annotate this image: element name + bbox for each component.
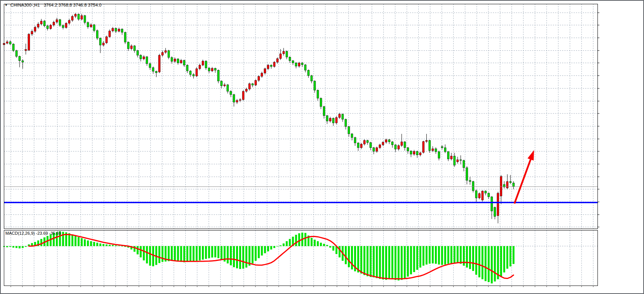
macd-bar bbox=[283, 244, 285, 246]
macd-bar bbox=[379, 246, 381, 279]
candle-body bbox=[152, 68, 154, 71]
candle-body bbox=[261, 73, 263, 77]
macd-bar bbox=[441, 246, 443, 265]
candle-body bbox=[177, 59, 179, 63]
candle-body bbox=[391, 142, 393, 145]
candle-body bbox=[233, 95, 235, 102]
macd-bar bbox=[305, 233, 306, 246]
trend-arrow-head bbox=[528, 150, 534, 160]
candle-body bbox=[112, 28, 114, 31]
macd-bar bbox=[93, 242, 95, 246]
trend-arrow-shaft bbox=[514, 158, 531, 204]
candle-body bbox=[37, 24, 39, 27]
candle-body bbox=[115, 28, 117, 32]
candle-body bbox=[93, 25, 95, 30]
macd-bar bbox=[15, 246, 17, 248]
candle-body bbox=[320, 98, 322, 107]
candle-body bbox=[130, 46, 132, 49]
candle-body bbox=[255, 80, 256, 85]
macd-bar bbox=[143, 246, 145, 261]
macd-bar bbox=[438, 246, 440, 265]
candle-body bbox=[363, 140, 365, 144]
candle-body bbox=[6, 42, 8, 43]
macd-bar bbox=[258, 246, 260, 258]
macd-bar bbox=[314, 240, 316, 246]
candle-body bbox=[336, 117, 338, 123]
macd-series bbox=[3, 231, 514, 283]
candle-body bbox=[481, 191, 483, 200]
candle-body bbox=[276, 58, 278, 62]
macd-bar bbox=[454, 246, 456, 263]
macd-bar bbox=[295, 235, 297, 246]
macd-bar bbox=[444, 246, 446, 265]
candle-body bbox=[158, 55, 160, 72]
candle-body bbox=[168, 50, 170, 57]
macd-bar bbox=[419, 246, 421, 268]
candle-body bbox=[106, 37, 108, 43]
candle-body bbox=[196, 69, 198, 76]
candle-body bbox=[186, 65, 188, 71]
candle-body bbox=[109, 31, 111, 37]
macd-bar bbox=[6, 246, 8, 247]
macd-bar bbox=[506, 246, 508, 269]
candle-body bbox=[22, 61, 23, 62]
macd-bar bbox=[513, 246, 514, 264]
candle-body bbox=[75, 14, 77, 17]
candle-body bbox=[199, 65, 201, 68]
macd-bar bbox=[84, 239, 86, 246]
macd-bar bbox=[345, 246, 347, 264]
candle-body bbox=[329, 118, 331, 121]
candle-body bbox=[264, 69, 266, 73]
macd-bar bbox=[366, 246, 368, 276]
candle-body bbox=[413, 151, 415, 154]
macd-bar bbox=[140, 246, 142, 257]
candle-body bbox=[351, 134, 353, 137]
macd-bar bbox=[280, 246, 281, 246]
candle-body bbox=[466, 168, 468, 180]
candle-body bbox=[65, 23, 67, 27]
macd-bar bbox=[96, 243, 98, 246]
candle-body bbox=[286, 51, 288, 57]
candle-body bbox=[40, 21, 42, 24]
macd-bar bbox=[196, 246, 198, 261]
candle-body bbox=[270, 65, 272, 67]
macd-bar bbox=[106, 244, 108, 246]
macd-bar bbox=[503, 246, 505, 272]
macd-bar bbox=[478, 246, 480, 277]
macd-bar bbox=[423, 246, 424, 266]
candle-body bbox=[224, 85, 226, 86]
candle-body bbox=[441, 147, 443, 148]
candle-body bbox=[475, 190, 477, 198]
candle-body bbox=[314, 81, 316, 90]
candle-body bbox=[133, 46, 135, 50]
macd-bar bbox=[174, 246, 176, 261]
candle-body bbox=[283, 51, 285, 54]
macd-bar bbox=[329, 246, 331, 248]
macd-bar bbox=[227, 246, 229, 264]
candle-body bbox=[478, 194, 480, 198]
candle-body bbox=[416, 151, 418, 155]
candle-body bbox=[500, 176, 502, 196]
symbol-dropdown-icon[interactable]: ▼ bbox=[5, 3, 8, 7]
candle-body bbox=[218, 70, 220, 81]
macd-bar bbox=[382, 246, 384, 280]
candle-body bbox=[298, 63, 300, 66]
candle-body bbox=[149, 63, 151, 67]
candle-body bbox=[454, 156, 456, 165]
macd-bar bbox=[407, 246, 409, 277]
macd-bar bbox=[298, 233, 300, 246]
candle-body bbox=[484, 191, 486, 193]
ohlc-quote: 3764.2 3768.8 3746.8 3754.0 bbox=[44, 3, 102, 7]
chart-window: ▼CHINA300-,H13764.2 3768.8 3746.8 3754.0… bbox=[0, 0, 644, 294]
candle-body bbox=[53, 22, 55, 25]
macd-bar bbox=[509, 246, 511, 267]
macd-bar bbox=[22, 246, 23, 248]
macd-bar bbox=[251, 246, 253, 264]
candle-body bbox=[432, 149, 434, 151]
macd-bar bbox=[326, 245, 328, 246]
macd-bar bbox=[40, 239, 42, 246]
candle-body bbox=[90, 25, 92, 27]
candle-body bbox=[394, 145, 396, 149]
candle-body bbox=[407, 148, 409, 151]
macd-bar bbox=[401, 246, 403, 280]
